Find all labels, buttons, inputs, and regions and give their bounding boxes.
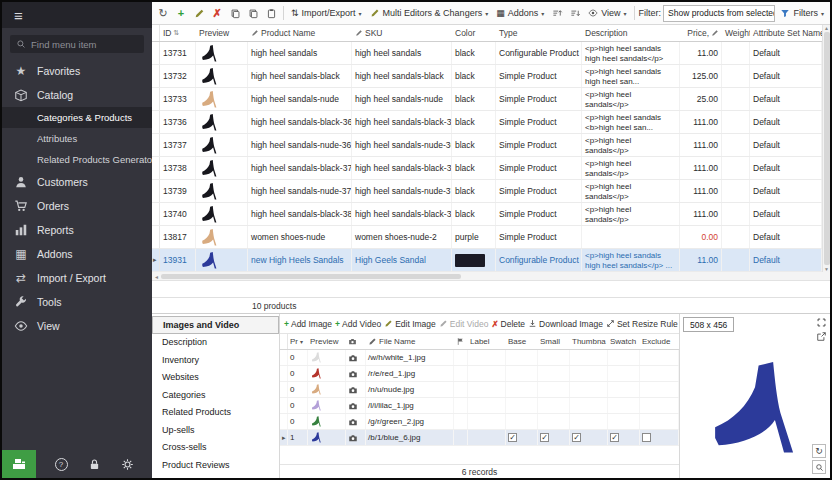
- tab-related-products[interactable]: Related Products: [152, 404, 279, 422]
- small-checkbox[interactable]: [540, 433, 549, 442]
- thumbnail-checkbox[interactable]: [572, 433, 581, 442]
- column-header-base[interactable]: Base: [506, 334, 538, 349]
- product-row[interactable]: 13733 high heel sandals-nude high heel s…: [152, 88, 822, 111]
- tab-websites[interactable]: Websites: [152, 369, 279, 387]
- column-header-preview[interactable]: Preview: [308, 334, 346, 349]
- column-header-product-name[interactable]: Product Name: [248, 25, 352, 41]
- help-button[interactable]: ?: [53, 456, 69, 472]
- refresh-button[interactable]: ↻: [155, 5, 171, 22]
- sidebar-item-addons[interactable]: ▦ Addons: [2, 242, 152, 266]
- add-product-button[interactable]: +: [173, 5, 189, 22]
- lock-button[interactable]: [86, 456, 102, 472]
- column-header-id[interactable]: ID⇅: [160, 25, 196, 41]
- tab-cross-sells[interactable]: Cross-sells: [152, 439, 279, 457]
- product-row[interactable]: 13739 high heel sandals-nude-37 high hee…: [152, 180, 822, 203]
- product-row[interactable]: 13738 high heel sandals-black-37 high he…: [152, 157, 822, 180]
- delete-product-button[interactable]: ✗: [209, 5, 225, 22]
- clipboard-button[interactable]: [263, 5, 279, 22]
- edit-product-button[interactable]: [191, 5, 207, 22]
- column-header-position[interactable]: Pr▾: [288, 334, 308, 349]
- column-header-swatch[interactable]: Swatch: [608, 334, 640, 349]
- menu-search-input[interactable]: [31, 39, 138, 50]
- sidebar-item-attributes[interactable]: Attributes: [2, 128, 152, 149]
- column-header-file-name[interactable]: File Name: [366, 334, 454, 349]
- product-row[interactable]: 13740 high heel sandals-black-38 high he…: [152, 203, 822, 226]
- image-row[interactable]: ▸ 1 /b/1/blue_6.jpg: [280, 430, 679, 446]
- sidebar-item-reports[interactable]: Reports: [2, 218, 152, 242]
- edit-image-button[interactable]: Edit Image: [384, 319, 436, 329]
- swatch-checkbox[interactable]: [610, 433, 619, 442]
- sidebar-item-categories-products[interactable]: Categories & Products: [2, 107, 152, 128]
- column-header-weight[interactable]: Weight: [722, 25, 750, 41]
- multi-editors-dropdown[interactable]: Multi Editors & Changers ▾: [367, 4, 492, 22]
- exclude-checkbox[interactable]: [642, 433, 651, 442]
- image-row[interactable]: 0 /n/u/nude.jpg: [280, 382, 679, 398]
- sidebar-item-view[interactable]: View: [2, 314, 152, 338]
- copy-button[interactable]: [227, 5, 243, 22]
- tab-inventory[interactable]: Inventory: [152, 351, 279, 369]
- column-header-type[interactable]: Type: [496, 25, 582, 41]
- settings-button[interactable]: [119, 456, 135, 472]
- menu-toggle-button[interactable]: ≡: [2, 2, 152, 28]
- column-header-label[interactable]: Label: [468, 334, 506, 349]
- sidebar-item-orders[interactable]: Orders: [2, 194, 152, 218]
- sidebar-item-tools[interactable]: Tools: [2, 290, 152, 314]
- set-resize-rule-button[interactable]: Set Resize Rule: [606, 319, 678, 329]
- sort-descending-button[interactable]: [567, 5, 583, 22]
- vertical-scrollbar[interactable]: ▲ ▼: [822, 25, 830, 272]
- column-header-camera[interactable]: [346, 334, 366, 349]
- duplicate-button[interactable]: [245, 5, 261, 22]
- column-header-thumbnail[interactable]: Thumbna: [570, 334, 608, 349]
- pos-button[interactable]: [2, 450, 36, 478]
- addons-dropdown[interactable]: ▦ Addons ▾: [493, 4, 547, 22]
- base-checkbox[interactable]: [508, 433, 517, 442]
- product-row[interactable]: ▸ 13931 new High Heels Sandals High Geel…: [152, 249, 822, 272]
- tab-product-reviews[interactable]: Product Reviews: [152, 456, 279, 474]
- sidebar-item-import-export[interactable]: ⇄ Import / Export: [2, 266, 152, 290]
- product-row[interactable]: 13737 high heel sandals-nude-36 high hee…: [152, 134, 822, 157]
- image-size-field[interactable]: 508 x 456: [683, 317, 734, 332]
- column-header-small[interactable]: Small: [538, 334, 570, 349]
- sidebar-item-related-products-generator[interactable]: Related Products Generator: [2, 149, 152, 170]
- image-row[interactable]: 0 /w/h/white_1.jpg: [280, 350, 679, 366]
- column-header-preview[interactable]: Preview: [196, 25, 248, 41]
- sort-ascending-button[interactable]: [549, 5, 565, 22]
- tab-description[interactable]: Description: [152, 334, 279, 352]
- add-video-button[interactable]: +Add Video: [335, 319, 381, 329]
- open-external-icon[interactable]: [816, 331, 827, 342]
- scrollbar-thumb[interactable]: [824, 32, 830, 265]
- column-header-flag[interactable]: [454, 334, 468, 349]
- zoom-button[interactable]: [812, 460, 826, 474]
- download-image-button[interactable]: Download Image: [528, 319, 603, 329]
- sidebar-item-favorites[interactable]: ★ Favorites: [2, 59, 152, 83]
- product-row[interactable]: 13736 high heel sandals-black-36 high he…: [152, 111, 822, 134]
- sidebar-item-customers[interactable]: Customers: [2, 170, 152, 194]
- tab-images-and-video[interactable]: Images and Video: [152, 316, 279, 334]
- menu-search[interactable]: [10, 35, 144, 53]
- import-export-dropdown[interactable]: ⇅ Import/Export ▾: [288, 4, 365, 22]
- filter-select[interactable]: Show products from selected categories ▾: [663, 5, 775, 22]
- product-row[interactable]: 13731 high heel sandals high heel sandal…: [152, 42, 822, 65]
- fullscreen-icon[interactable]: [816, 317, 827, 328]
- edit-video-button[interactable]: Edit Video: [439, 319, 489, 329]
- tab-categories[interactable]: Categories: [152, 386, 279, 404]
- rotate-button[interactable]: ↻: [812, 444, 826, 458]
- product-row[interactable]: 13817 women shoes-nude women shoes-nude-…: [152, 226, 822, 249]
- scrollbar-thumb[interactable]: [161, 274, 461, 279]
- sidebar-item-catalog[interactable]: Catalog: [2, 83, 152, 107]
- column-header-description[interactable]: Description: [582, 25, 680, 41]
- image-row[interactable]: 0 /g/r/green_2.jpg: [280, 414, 679, 430]
- add-image-button[interactable]: +Add Image: [284, 319, 332, 329]
- column-header-color[interactable]: Color: [452, 25, 496, 41]
- column-header-price[interactable]: Price,: [680, 25, 722, 41]
- column-header-sku[interactable]: SKU: [352, 25, 452, 41]
- tab-up-sells[interactable]: Up-sells: [152, 421, 279, 439]
- column-header-attribute-set[interactable]: Attribute Set Name: [750, 25, 822, 41]
- image-row[interactable]: 0 /r/e/red_1.jpg: [280, 366, 679, 382]
- product-row[interactable]: 13732 high heel sandals-black high heel …: [152, 65, 822, 88]
- image-row[interactable]: 0 /l/i/lilac_1.jpg: [280, 398, 679, 414]
- delete-image-button[interactable]: ✗Delete: [491, 319, 525, 329]
- horizontal-scrollbar[interactable]: ◂: [152, 272, 830, 281]
- filters-dropdown[interactable]: Filters ▾: [777, 4, 827, 22]
- view-dropdown[interactable]: View ▾: [585, 4, 629, 22]
